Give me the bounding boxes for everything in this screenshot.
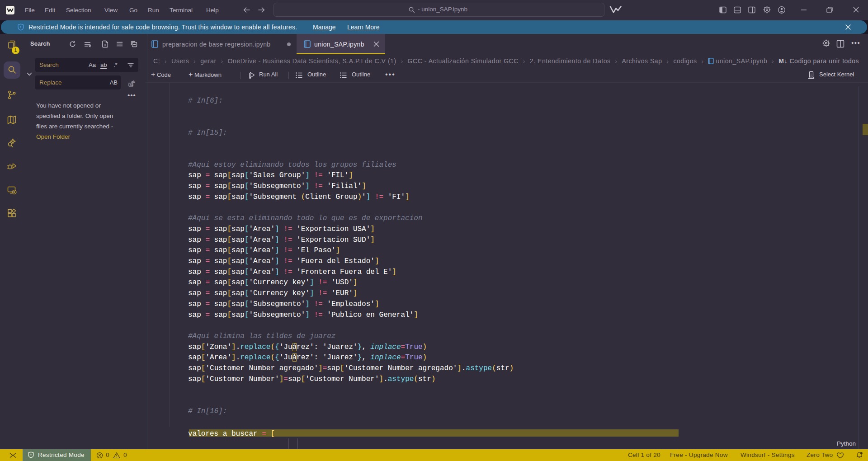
svg-text:ac: ac [130,83,133,87]
